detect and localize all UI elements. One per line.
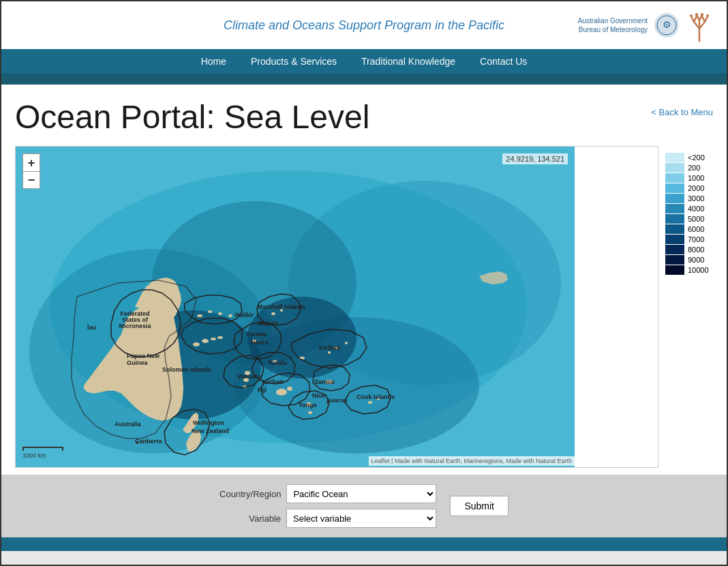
tonga-label: Tonga <box>299 402 317 408</box>
legend-item: 9000 <box>665 255 704 265</box>
nav-traditional-knowledge[interactable]: Traditional Knowledge <box>349 49 468 74</box>
country-control-row: Country/Region Pacific Ocean Australia N… <box>219 484 436 503</box>
samoa-label: Samoa <box>314 378 335 385</box>
legend-item: 5000 <box>665 214 704 224</box>
marshall-1 <box>271 312 275 315</box>
cook-islands <box>368 401 372 404</box>
svg-point-7 <box>695 13 698 16</box>
legend-color-swatch <box>665 255 684 265</box>
zoom-controls: + − <box>22 153 40 189</box>
logo-text: Australian Government Bureau of Meteorol… <box>578 16 648 34</box>
variable-select[interactable]: Select variable Sea Level Temperature Sa… <box>286 509 436 528</box>
nav-home[interactable]: Home <box>189 49 239 74</box>
palikir-label: Palikir <box>235 312 254 318</box>
micronesia-4 <box>228 314 232 317</box>
legend-color-swatch <box>665 214 684 224</box>
legend-item: 1000 <box>665 173 704 183</box>
nz-label: New Zealand <box>192 428 229 434</box>
svg-point-3 <box>690 14 693 17</box>
svg-point-8 <box>701 13 703 16</box>
nav-contact-us[interactable]: Contact Us <box>468 49 539 74</box>
country-label: Country/Region <box>219 489 281 499</box>
teal-divider-bar <box>1 74 727 85</box>
scale-indicator: 1000 km <box>22 447 63 459</box>
legend-item: 4000 <box>665 204 704 213</box>
cook-label: Cook Islands <box>357 393 395 400</box>
scale-bar <box>22 447 63 451</box>
site-header: Climate and Oceans Support Program in th… <box>1 1 727 49</box>
legend-label: 8000 <box>688 245 704 254</box>
guinea-label: Guinea <box>127 359 149 366</box>
tonga-island-2 <box>308 411 312 414</box>
legend-item: 8000 <box>665 245 704 254</box>
page-title-area: Ocean Portal: Sea Level < Back to Menu <box>1 85 727 139</box>
legend-label: 200 <box>688 164 700 172</box>
legend-color-swatch <box>665 245 684 254</box>
main-nav: Home Products & Services Traditional Kno… <box>1 49 727 74</box>
legend-label: 4000 <box>688 205 704 213</box>
solomon-2 <box>202 339 209 343</box>
micronesia-1 <box>197 314 202 317</box>
zoom-in-button[interactable]: + <box>22 153 40 171</box>
legend-label: 3000 <box>688 194 704 203</box>
logo-area: Australian Government Bureau of Meteorol… <box>578 8 713 42</box>
kiribati-2 <box>345 342 348 344</box>
kiribati-3 <box>328 351 331 354</box>
site-title: Climate and Oceans Support Program in th… <box>224 18 504 33</box>
page-title: Ocean Portal: Sea Level <box>15 98 713 136</box>
map-coordinates: 24.9219, 134.521 <box>502 153 568 164</box>
legend-item: 200 <box>665 163 700 173</box>
kiribati2-label: Kiribati <box>262 378 284 385</box>
legend-label: 9000 <box>688 256 704 264</box>
legend-color-swatch <box>665 265 684 275</box>
map-svg: lau Federated States of Micronesia Marsh… <box>16 147 575 467</box>
legend-item: 7000 <box>665 235 704 244</box>
zoom-out-button[interactable]: − <box>22 171 40 189</box>
map-container: lau Federated States of Micronesia Marsh… <box>15 146 713 468</box>
tarawa-label: Tarawa <box>246 331 267 338</box>
svg-text:⚙: ⚙ <box>663 19 671 30</box>
nav-products-services[interactable]: Products & Services <box>239 49 349 74</box>
back-to-menu-link[interactable]: < Back to Menu <box>651 107 713 117</box>
canberra-label: Canberra <box>135 438 163 445</box>
legend-color-swatch <box>665 153 684 162</box>
legend-item: 10000 <box>665 265 709 275</box>
legend-item: 3000 <box>665 194 704 203</box>
papua-label: Papua New <box>127 353 160 359</box>
lau-label: lau <box>87 324 96 331</box>
kiribati-label: Kiribati <box>319 344 340 351</box>
canberra-dot <box>136 441 138 444</box>
submit-button[interactable]: Submit <box>450 496 509 516</box>
gov-emblem-icon: ⚙ <box>653 12 680 39</box>
federated-states-label3: Micronesia <box>119 323 151 329</box>
legend-item: 6000 <box>665 224 704 234</box>
map-area[interactable]: lau Federated States of Micronesia Marsh… <box>16 147 575 467</box>
solomon-1 <box>193 342 200 346</box>
svg-point-6 <box>706 14 709 17</box>
legend-label: 2000 <box>688 184 704 192</box>
fiji-island-2 <box>287 387 292 391</box>
majuro-label: Majuro <box>258 320 278 327</box>
legend-label: 10000 <box>688 266 709 274</box>
legend-label: 7000 <box>688 235 704 243</box>
legend-item: <200 <box>665 153 705 162</box>
tuvalu-label: Tuvalu <box>268 359 287 366</box>
solomon-4 <box>217 336 223 339</box>
bottom-bar <box>1 537 727 551</box>
micronesia-2 <box>208 310 212 313</box>
map-wrapper: lau Federated States of Micronesia Marsh… <box>15 146 658 468</box>
legend-color-swatch <box>665 204 684 213</box>
variable-control-row: Variable Select variable Sea Level Tempe… <box>219 509 436 528</box>
legend-color-swatch <box>665 163 684 173</box>
legend-label: 6000 <box>688 225 704 233</box>
country-select[interactable]: Pacific Ocean Australia New Zealand Fiji… <box>286 484 436 503</box>
legend-color-swatch <box>665 173 684 183</box>
map-section: lau Federated States of Micronesia Marsh… <box>1 139 727 475</box>
map-attribution: Leaflet | Made with Natural Earth, Marin… <box>369 456 575 466</box>
micronesia-3 <box>218 312 222 315</box>
marshall-label: Marshall Islands <box>258 303 305 310</box>
niue-label: Niue <box>312 392 326 399</box>
avarua-dot <box>327 401 329 404</box>
legend-label: 5000 <box>688 215 704 223</box>
solomon-3 <box>211 338 216 340</box>
